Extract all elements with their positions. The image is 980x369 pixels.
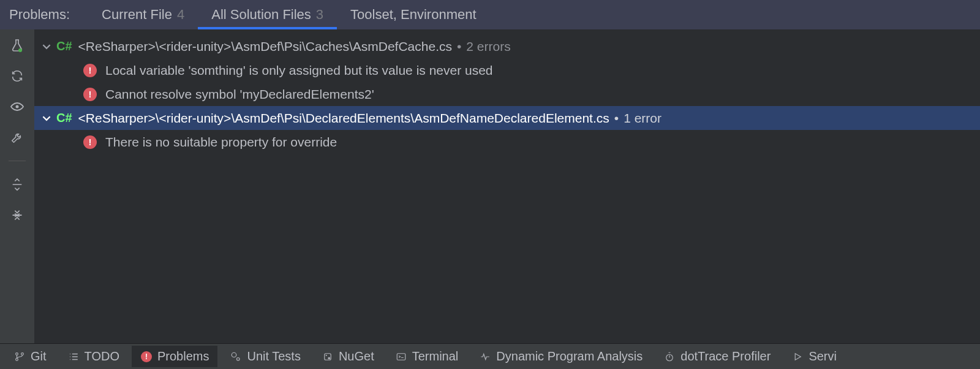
tab-label: Toolset, Environment xyxy=(350,7,476,23)
file-error-summary: 1 error xyxy=(624,111,662,126)
expand-all-icon[interactable] xyxy=(9,176,26,193)
bottom-item-label: Unit Tests xyxy=(247,349,300,363)
error-row[interactable]: ! Cannot resolve symbol 'myDeclaredEleme… xyxy=(34,82,980,106)
bottom-item-label: Git xyxy=(31,349,47,363)
preview-icon[interactable] xyxy=(9,98,26,115)
tab-all-solution-files[interactable]: All Solution Files 3 xyxy=(198,0,337,29)
bottom-item-label: Servi xyxy=(809,349,837,363)
file-path: <ReSharper>\<rider-unity>\AsmDef\Psi\Dec… xyxy=(78,111,609,126)
bottom-item-dottrace-profiler[interactable]: dotTrace Profiler xyxy=(655,346,779,367)
pulse-icon xyxy=(479,351,491,363)
error-icon: ! xyxy=(83,88,97,101)
collapse-all-icon[interactable] xyxy=(9,207,26,224)
bottom-tool-bar: Git TODO ! Problems Unit Tests NuGet Ter… xyxy=(0,343,980,369)
gutter-separator xyxy=(9,161,26,161)
dot-separator: • xyxy=(614,111,619,126)
list-icon xyxy=(67,351,80,363)
chevron-down-icon[interactable] xyxy=(40,114,53,123)
tab-label: All Solution Files xyxy=(211,7,311,23)
problems-tabs: Problems: Current File 4 All Solution Fi… xyxy=(0,0,980,29)
bottom-item-label: Terminal xyxy=(412,349,459,363)
tab-label: Current File xyxy=(102,7,172,23)
terminal-icon xyxy=(395,351,407,363)
tab-count: 3 xyxy=(316,7,323,23)
error-message: Local variable 'somthing' is only assign… xyxy=(105,63,493,78)
error-icon: ! xyxy=(83,135,97,149)
error-row[interactable]: ! Local variable 'somthing' is only assi… xyxy=(34,58,980,82)
svg-point-5 xyxy=(232,352,237,357)
wrench-icon[interactable] xyxy=(9,129,26,146)
package-icon xyxy=(322,351,334,363)
bottom-item-git[interactable]: Git xyxy=(5,346,55,367)
csharp-badge: C# xyxy=(56,39,72,53)
svg-point-8 xyxy=(326,354,327,356)
play-icon xyxy=(791,351,804,363)
bottom-item-services[interactable]: Servi xyxy=(783,346,845,367)
bottom-item-problems[interactable]: ! Problems xyxy=(132,346,217,367)
bottom-item-label: dotTrace Profiler xyxy=(680,349,771,363)
bottom-item-terminal[interactable]: Terminal xyxy=(386,346,467,367)
svg-point-6 xyxy=(237,357,240,360)
chevron-down-icon[interactable] xyxy=(40,42,53,51)
file-error-summary: 2 errors xyxy=(466,39,510,54)
svg-point-9 xyxy=(328,357,330,359)
problems-tree: C# <ReSharper>\<rider-unity>\AsmDef\Psi\… xyxy=(34,29,980,343)
bottom-item-unit-tests[interactable]: Unit Tests xyxy=(221,346,309,367)
problems-main: C# <ReSharper>\<rider-unity>\AsmDef\Psi\… xyxy=(0,29,980,343)
git-branch-icon xyxy=(13,351,26,363)
error-row[interactable]: ! There is no suitable property for over… xyxy=(34,130,980,154)
svg-rect-10 xyxy=(397,353,405,360)
dot-separator: • xyxy=(457,39,461,54)
svg-rect-7 xyxy=(325,353,331,360)
bottom-item-label: NuGet xyxy=(339,349,374,363)
bottom-item-label: Problems xyxy=(157,349,209,363)
csharp-badge: C# xyxy=(56,111,72,125)
file-row[interactable]: C# <ReSharper>\<rider-unity>\AsmDef\Psi\… xyxy=(34,34,980,58)
file-path: <ReSharper>\<rider-unity>\AsmDef\Psi\Cac… xyxy=(78,39,452,54)
problems-gutter xyxy=(0,29,34,343)
stopwatch-icon xyxy=(663,351,676,363)
bottom-item-label: Dynamic Program Analysis xyxy=(496,349,643,363)
flask-icon[interactable] xyxy=(9,37,26,54)
refresh-icon[interactable] xyxy=(9,67,26,85)
error-icon: ! xyxy=(83,64,97,77)
svg-point-2 xyxy=(16,352,18,355)
problems-title: Problems: xyxy=(9,7,70,23)
bottom-item-dynamic-program-analysis[interactable]: Dynamic Program Analysis xyxy=(470,346,651,367)
file-row[interactable]: C# <ReSharper>\<rider-unity>\AsmDef\Psi\… xyxy=(34,106,980,130)
error-message: Cannot resolve symbol 'myDeclaredElement… xyxy=(105,87,374,102)
error-message: There is no suitable property for overri… xyxy=(105,135,337,150)
svg-point-3 xyxy=(16,358,18,360)
tab-current-file[interactable]: Current File 4 xyxy=(88,0,198,29)
bottom-item-nuget[interactable]: NuGet xyxy=(313,346,383,367)
error-badge-icon: ! xyxy=(140,351,153,363)
bottom-item-todo[interactable]: TODO xyxy=(59,346,128,367)
svg-point-0 xyxy=(18,48,22,52)
svg-point-4 xyxy=(21,352,24,355)
beaker-icon xyxy=(230,351,242,363)
bottom-item-label: TODO xyxy=(85,349,119,363)
tab-count: 4 xyxy=(177,7,184,23)
svg-point-1 xyxy=(16,105,19,108)
tab-toolset-environment[interactable]: Toolset, Environment xyxy=(337,0,489,29)
